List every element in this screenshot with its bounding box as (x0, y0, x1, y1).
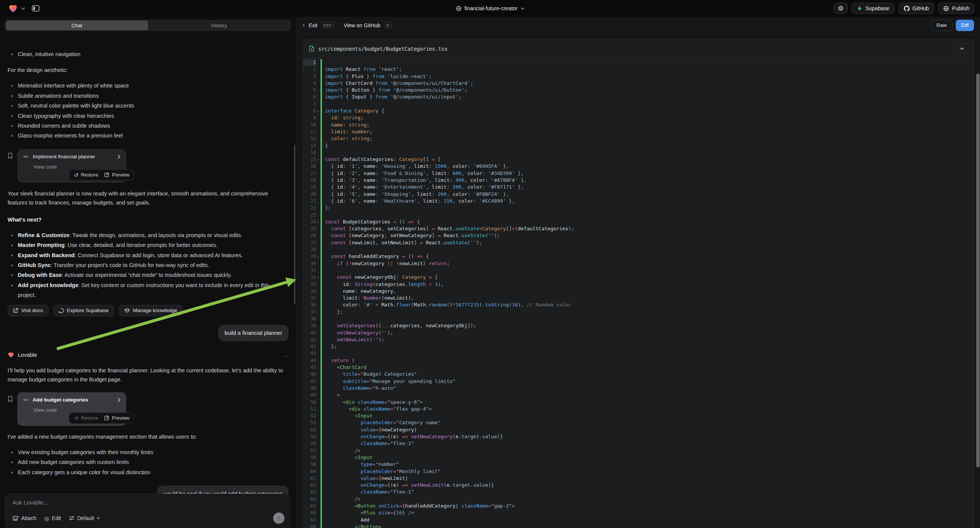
code-icon: <> (23, 152, 29, 161)
code-text: <div className="space-y-6"> (325, 399, 423, 406)
assistant-header: Lovable… (8, 350, 289, 359)
code-line: 44 return ( (303, 357, 974, 364)
collapse-file-button[interactable] (955, 44, 969, 54)
code-editor[interactable]: 12import React from 'react';3import { Pl… (303, 58, 974, 528)
supabase-button[interactable]: Supabase (851, 3, 894, 14)
diff-added-bar (320, 156, 322, 163)
code-line: 12 color: string; (303, 135, 974, 142)
attach-button[interactable]: Attach (13, 515, 37, 521)
assistant-paragraph: I'll help you add budget categories to t… (8, 366, 289, 384)
diff-added-bar (320, 225, 322, 232)
line-number: 43 (303, 350, 316, 357)
raw-button[interactable]: Raw (931, 20, 952, 31)
fold-gutter (316, 149, 320, 156)
chat-composer[interactable]: Ask Lovable... Attach ◎ Edit (5, 493, 290, 528)
line-number: 57 (303, 447, 316, 454)
code-text: setNewLimit(''); (325, 336, 385, 343)
fold-chevron-icon[interactable]: ∨ (316, 108, 320, 115)
line-number: 66 (303, 509, 316, 516)
code-line: 50 <div className="space-y-6"> (303, 399, 974, 406)
code-line: 38 (303, 315, 974, 322)
restore-button[interactable]: ↺Restore (74, 413, 98, 423)
code-text: name: string; (325, 122, 369, 129)
list-item: GitHub Sync: Transfer your project's cod… (8, 260, 289, 270)
fold-gutter (316, 496, 320, 503)
fold-chevron-icon[interactable]: ∨ (316, 274, 320, 281)
line-number: 44 (303, 357, 316, 364)
diff-button[interactable]: Diff (956, 20, 974, 31)
bookmark-icon[interactable] (8, 393, 18, 426)
logo-chevron-down-icon[interactable] (21, 7, 25, 10)
list-item: Glass-morphic elements for a premium fee… (8, 131, 289, 140)
send-button[interactable]: ↑ (273, 512, 285, 524)
code-text: import { Plus } from 'lucide-react'; (325, 73, 432, 80)
image-icon (13, 515, 19, 521)
code-text: /> (325, 447, 361, 454)
version-title: Implement financial planner (33, 152, 114, 161)
restore-icon: ↺ (74, 415, 78, 421)
code-line: 24∨const BudgetCategories = () => { (303, 219, 974, 225)
code-text: </Button> (325, 523, 382, 528)
github-button-label: GitHub (913, 5, 929, 11)
fold-chevron-icon[interactable]: ∨ (316, 219, 320, 225)
explore-supabase-button[interactable]: Explore Supabase (53, 305, 114, 316)
mode-select[interactable]: Default (69, 515, 100, 521)
code-text: className="h-auto" (325, 385, 396, 392)
edit-button[interactable]: ◎ Edit (45, 515, 61, 521)
fold-gutter (316, 385, 320, 392)
tab-chat[interactable]: Chat (6, 21, 148, 30)
code-text: }; (325, 309, 343, 315)
diff-added-bar (320, 239, 322, 246)
message-menu-button[interactable]: … (283, 350, 289, 359)
preview-button[interactable]: Preview (104, 170, 129, 180)
lovable-logo-icon[interactable] (8, 4, 18, 13)
github-button[interactable]: GitHub (899, 3, 935, 14)
file-header[interactable]: src/components/budget/BudgetCategories.t… (303, 40, 974, 58)
code-scrollbar[interactable] (976, 73, 980, 468)
line-number: 37 (303, 309, 316, 315)
exit-button[interactable]: Exit (309, 22, 317, 29)
fold-gutter (316, 184, 320, 191)
code-text: <ChartCard (325, 364, 367, 371)
diff-added-bar (320, 475, 322, 482)
code-line: 17 { id: '2', name: 'Food & Dining', lim… (303, 170, 974, 177)
diff-added-bar (320, 419, 322, 426)
fold-gutter (316, 336, 320, 343)
code-line: 20 { id: '5', name: 'Shopping', limit: 2… (303, 191, 974, 198)
sidebar-toggle-icon[interactable] (32, 5, 40, 12)
restore-button[interactable]: ↺Restore (74, 170, 98, 180)
code-line: 49 > (303, 392, 974, 398)
fold-chevron-icon[interactable]: ∨ (316, 253, 320, 260)
version-card-row: <>Implement financial plannerView code↺R… (8, 149, 289, 183)
view-on-github-button[interactable]: View on GitHub (344, 22, 380, 29)
fold-gutter (316, 447, 320, 454)
bookmark-icon[interactable] (8, 149, 18, 183)
fold-gutter (316, 322, 320, 329)
preview-button[interactable]: Preview (104, 413, 129, 423)
composer-placeholder[interactable]: Ask Lovable... (13, 499, 284, 506)
code-line: 13} (303, 142, 974, 149)
diff-added-bar (320, 454, 322, 461)
diff-added-bar (320, 253, 322, 260)
diff-added-bar (320, 517, 322, 523)
fold-gutter (316, 135, 320, 142)
chat-scrollbar[interactable] (294, 145, 296, 304)
list-item: Rounded corners and subtle shadows (8, 121, 289, 131)
settings-button[interactable]: ⚙ (834, 3, 848, 14)
line-number: 45 (303, 364, 316, 371)
project-switcher[interactable]: financial-future-creator (456, 0, 524, 17)
line-number: 52 (303, 412, 316, 419)
diff-added-bar (320, 378, 322, 385)
fold-gutter (316, 205, 320, 212)
publish-button[interactable]: Publish (938, 3, 975, 14)
fold-gutter (316, 503, 320, 509)
code-line: 34 name: newCategory, (303, 288, 974, 295)
visit-docs-button[interactable]: Visit docs (8, 305, 48, 316)
fold-gutter (316, 225, 320, 232)
line-number: 61 (303, 475, 316, 482)
tab-history[interactable]: History (148, 21, 291, 30)
code-text: { id: '5', name: 'Shopping', limit: 200,… (325, 191, 509, 198)
fold-gutter (316, 122, 320, 129)
fold-chevron-icon[interactable]: ∨ (316, 156, 320, 163)
manage-knowledge-button[interactable]: Manage knowledge (119, 305, 183, 316)
